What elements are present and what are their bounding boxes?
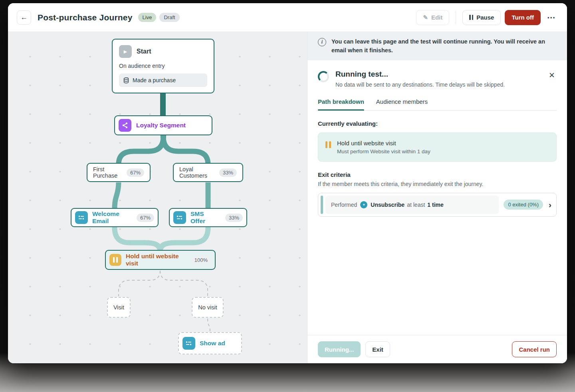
node-hold-until-website-visit[interactable]: Hold until website visit 100% (105, 250, 216, 270)
exited-count-badge: 0 exited (0%) (504, 200, 543, 210)
split-icon (119, 119, 131, 132)
node-first-purchase[interactable]: First Purchase 67% (87, 163, 151, 182)
database-icon (123, 77, 129, 83)
journey-canvas[interactable]: ▶ Start On audience entry Made a purchas… (8, 32, 307, 363)
close-icon: ✕ (549, 71, 555, 79)
first-purchase-percent: 67% (127, 168, 144, 177)
running-test-title: Running test... (335, 70, 505, 79)
pause-label: Pause (476, 14, 494, 21)
back-arrow-icon: ← (20, 13, 28, 22)
welcome-email-percent: 67% (137, 214, 154, 222)
running-test-text: Running test... No data will be sent to … (335, 70, 505, 88)
status-badge-draft: Draft (159, 13, 179, 22)
panel-body: Running test... No data will be sent to … (307, 60, 567, 335)
test-panel: i You can leave this page and the test w… (307, 32, 567, 363)
start-node-title: Start (137, 48, 151, 55)
no-visit-label: No visit (198, 304, 217, 311)
node-sms-offer[interactable]: SMS Offer 33% (169, 208, 247, 227)
unsubscribe-metric-icon: ✦ (360, 201, 367, 208)
app-window: ← Post-purchase Journey Live Draft ✎ Edi… (8, 3, 567, 363)
node-welcome-email[interactable]: Welcome Email 67% (71, 208, 159, 227)
cancel-run-button[interactable]: Cancel run (512, 341, 557, 357)
first-purchase-label: First Purchase (93, 166, 123, 179)
exit-criteria-condition: Performed ✦ Unsubscribe at least 1 time (325, 196, 499, 214)
performed-label: Performed (331, 202, 357, 208)
info-banner: i You can leave this page and the test w… (307, 32, 567, 60)
currently-evaluating-card: Hold until website visit Must perform We… (318, 133, 557, 162)
evaluating-card-text: Hold until website visit Must perform We… (337, 140, 430, 154)
play-icon: ▶ (119, 45, 132, 58)
sms-offer-percent: 33% (225, 214, 243, 222)
hold-label: Hold until website visit (126, 253, 185, 267)
start-trigger-pill[interactable]: Made a purchase (119, 73, 207, 87)
evaluating-card-title: Hold until website visit (337, 140, 430, 147)
status-badge-live: Live (138, 13, 157, 22)
start-node-subtitle: On audience entry (119, 63, 207, 69)
at-least-label: at least (407, 202, 425, 208)
currently-evaluating-label: Currently evaluating: (318, 120, 557, 127)
pencil-icon: ✎ (423, 14, 428, 21)
tab-path-breakdown[interactable]: Path breakdown (318, 98, 364, 110)
pause-icon (109, 254, 121, 266)
accent-bar (321, 196, 323, 214)
sms-offer-label: SMS Offer (190, 210, 217, 225)
pause-icon (469, 15, 473, 20)
panel-tabs: Path breakdown Audience members (318, 98, 557, 111)
info-banner-text: You can leave this page and the test wil… (331, 37, 557, 55)
node-loyalty-segment[interactable]: Loyalty Segment (114, 115, 212, 135)
action-icon (75, 211, 88, 224)
action-icon (173, 211, 186, 224)
pause-icon (325, 141, 331, 148)
back-button[interactable]: ← (17, 10, 31, 25)
header: ← Post-purchase Journey Live Draft ✎ Edi… (8, 3, 567, 32)
node-no-visit[interactable]: No visit (192, 297, 224, 318)
header-divider (456, 11, 456, 24)
exit-criteria-row[interactable]: Performed ✦ Unsubscribe at least 1 time … (318, 193, 557, 217)
panel-footer: Running... Exit Cancel run (307, 335, 567, 363)
close-panel-button[interactable]: ✕ (547, 70, 557, 81)
node-start[interactable]: ▶ Start On audience entry Made a purchas… (112, 39, 214, 93)
welcome-email-label: Welcome Email (92, 210, 128, 225)
chevron-right-icon[interactable]: › (549, 200, 551, 209)
exit-criteria-description: If the member meets this criteria, they … (318, 181, 557, 187)
evaluating-card-subtitle: Must perform Website visit within 1 day (337, 148, 430, 154)
info-icon: i (318, 38, 326, 46)
spinner-icon (318, 71, 329, 82)
running-button[interactable]: Running... (318, 341, 361, 357)
node-show-ad[interactable]: Show ad (178, 332, 242, 354)
show-ad-label: Show ad (200, 340, 225, 347)
turn-off-button[interactable]: Turn off (505, 10, 541, 25)
tab-audience-members[interactable]: Audience members (376, 98, 428, 110)
loyal-customers-percent: 33% (219, 168, 237, 177)
header-actions: ✎ Edit Pause Turn off ⋯ (416, 10, 558, 25)
hold-percent: 100% (191, 256, 211, 264)
start-trigger-label: Made a purchase (133, 77, 176, 83)
edit-label: Edit (431, 14, 442, 21)
start-node-header: ▶ Start (119, 45, 207, 58)
page-title: Post-purchase Journey (38, 13, 133, 22)
exit-button[interactable]: Exit (365, 341, 390, 357)
edit-button[interactable]: ✎ Edit (416, 10, 449, 25)
loyalty-segment-label: Loyalty Segment (136, 122, 186, 129)
exit-criteria-title: Exit criteria (318, 171, 557, 178)
ellipsis-icon: ⋯ (547, 13, 556, 22)
more-options-button[interactable]: ⋯ (545, 13, 558, 22)
running-test-header: Running test... No data will be sent to … (318, 70, 557, 88)
times-label: 1 time (427, 202, 443, 208)
loyal-customers-label: Loyal Customers (179, 166, 215, 179)
pause-button[interactable]: Pause (462, 10, 501, 25)
node-visit[interactable]: Visit (107, 297, 131, 318)
main-area: ▶ Start On audience entry Made a purchas… (8, 32, 567, 363)
exit-criteria-right: 0 exited (0%) › (499, 196, 554, 214)
running-test-subtitle: No data will be sent to any destinations… (335, 81, 505, 88)
visit-label: Visit (113, 304, 124, 311)
action-icon (182, 337, 195, 350)
node-loyal-customers[interactable]: Loyal Customers 33% (173, 163, 243, 182)
metric-label: Unsubscribe (371, 202, 404, 208)
